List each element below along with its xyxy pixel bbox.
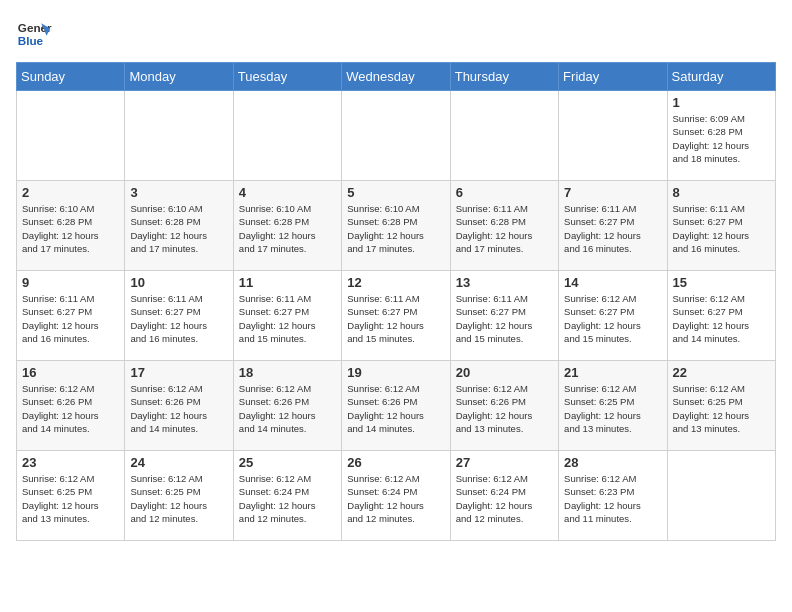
- day-number: 4: [239, 185, 336, 200]
- day-number: 26: [347, 455, 444, 470]
- day-info: Sunrise: 6:12 AM Sunset: 6:26 PM Dayligh…: [239, 382, 336, 435]
- calendar-cell: 23Sunrise: 6:12 AM Sunset: 6:25 PM Dayli…: [17, 451, 125, 541]
- calendar-cell: 13Sunrise: 6:11 AM Sunset: 6:27 PM Dayli…: [450, 271, 558, 361]
- calendar-cell: 18Sunrise: 6:12 AM Sunset: 6:26 PM Dayli…: [233, 361, 341, 451]
- calendar-cell: [450, 91, 558, 181]
- day-number: 7: [564, 185, 661, 200]
- day-number: 1: [673, 95, 770, 110]
- svg-text:Blue: Blue: [18, 34, 44, 47]
- calendar-cell: 19Sunrise: 6:12 AM Sunset: 6:26 PM Dayli…: [342, 361, 450, 451]
- day-number: 13: [456, 275, 553, 290]
- day-info: Sunrise: 6:12 AM Sunset: 6:26 PM Dayligh…: [456, 382, 553, 435]
- day-number: 19: [347, 365, 444, 380]
- day-info: Sunrise: 6:12 AM Sunset: 6:24 PM Dayligh…: [347, 472, 444, 525]
- day-number: 9: [22, 275, 119, 290]
- day-info: Sunrise: 6:11 AM Sunset: 6:27 PM Dayligh…: [673, 202, 770, 255]
- weekday-header: Saturday: [667, 63, 775, 91]
- day-number: 22: [673, 365, 770, 380]
- day-number: 14: [564, 275, 661, 290]
- calendar-week-row: 16Sunrise: 6:12 AM Sunset: 6:26 PM Dayli…: [17, 361, 776, 451]
- logo-icon: General Blue: [16, 16, 52, 52]
- day-info: Sunrise: 6:11 AM Sunset: 6:27 PM Dayligh…: [347, 292, 444, 345]
- day-info: Sunrise: 6:12 AM Sunset: 6:26 PM Dayligh…: [22, 382, 119, 435]
- day-number: 21: [564, 365, 661, 380]
- day-number: 20: [456, 365, 553, 380]
- day-info: Sunrise: 6:11 AM Sunset: 6:28 PM Dayligh…: [456, 202, 553, 255]
- calendar-cell: 3Sunrise: 6:10 AM Sunset: 6:28 PM Daylig…: [125, 181, 233, 271]
- day-number: 25: [239, 455, 336, 470]
- day-info: Sunrise: 6:12 AM Sunset: 6:26 PM Dayligh…: [130, 382, 227, 435]
- weekday-header: Friday: [559, 63, 667, 91]
- calendar-cell: [667, 451, 775, 541]
- day-number: 12: [347, 275, 444, 290]
- day-info: Sunrise: 6:12 AM Sunset: 6:27 PM Dayligh…: [673, 292, 770, 345]
- day-number: 17: [130, 365, 227, 380]
- day-number: 2: [22, 185, 119, 200]
- calendar-cell: 6Sunrise: 6:11 AM Sunset: 6:28 PM Daylig…: [450, 181, 558, 271]
- calendar-cell: 4Sunrise: 6:10 AM Sunset: 6:28 PM Daylig…: [233, 181, 341, 271]
- calendar-cell: 27Sunrise: 6:12 AM Sunset: 6:24 PM Dayli…: [450, 451, 558, 541]
- weekday-header: Tuesday: [233, 63, 341, 91]
- calendar-cell: 9Sunrise: 6:11 AM Sunset: 6:27 PM Daylig…: [17, 271, 125, 361]
- calendar-cell: 17Sunrise: 6:12 AM Sunset: 6:26 PM Dayli…: [125, 361, 233, 451]
- day-info: Sunrise: 6:12 AM Sunset: 6:27 PM Dayligh…: [564, 292, 661, 345]
- calendar-week-row: 9Sunrise: 6:11 AM Sunset: 6:27 PM Daylig…: [17, 271, 776, 361]
- day-number: 6: [456, 185, 553, 200]
- day-info: Sunrise: 6:11 AM Sunset: 6:27 PM Dayligh…: [456, 292, 553, 345]
- day-info: Sunrise: 6:12 AM Sunset: 6:25 PM Dayligh…: [130, 472, 227, 525]
- day-info: Sunrise: 6:12 AM Sunset: 6:25 PM Dayligh…: [22, 472, 119, 525]
- day-info: Sunrise: 6:12 AM Sunset: 6:25 PM Dayligh…: [673, 382, 770, 435]
- calendar-cell: 16Sunrise: 6:12 AM Sunset: 6:26 PM Dayli…: [17, 361, 125, 451]
- day-number: 24: [130, 455, 227, 470]
- day-info: Sunrise: 6:12 AM Sunset: 6:24 PM Dayligh…: [239, 472, 336, 525]
- day-info: Sunrise: 6:09 AM Sunset: 6:28 PM Dayligh…: [673, 112, 770, 165]
- calendar-cell: 24Sunrise: 6:12 AM Sunset: 6:25 PM Dayli…: [125, 451, 233, 541]
- calendar-cell: 8Sunrise: 6:11 AM Sunset: 6:27 PM Daylig…: [667, 181, 775, 271]
- calendar-cell: 25Sunrise: 6:12 AM Sunset: 6:24 PM Dayli…: [233, 451, 341, 541]
- calendar-cell: [342, 91, 450, 181]
- day-number: 5: [347, 185, 444, 200]
- day-number: 11: [239, 275, 336, 290]
- day-info: Sunrise: 6:11 AM Sunset: 6:27 PM Dayligh…: [564, 202, 661, 255]
- day-number: 15: [673, 275, 770, 290]
- calendar-cell: 21Sunrise: 6:12 AM Sunset: 6:25 PM Dayli…: [559, 361, 667, 451]
- calendar-cell: 12Sunrise: 6:11 AM Sunset: 6:27 PM Dayli…: [342, 271, 450, 361]
- day-number: 23: [22, 455, 119, 470]
- calendar-cell: 22Sunrise: 6:12 AM Sunset: 6:25 PM Dayli…: [667, 361, 775, 451]
- page-header: General Blue: [16, 16, 776, 52]
- day-info: Sunrise: 6:11 AM Sunset: 6:27 PM Dayligh…: [239, 292, 336, 345]
- calendar-week-row: 1Sunrise: 6:09 AM Sunset: 6:28 PM Daylig…: [17, 91, 776, 181]
- day-number: 18: [239, 365, 336, 380]
- calendar-cell: 7Sunrise: 6:11 AM Sunset: 6:27 PM Daylig…: [559, 181, 667, 271]
- calendar-cell: [125, 91, 233, 181]
- calendar-cell: 20Sunrise: 6:12 AM Sunset: 6:26 PM Dayli…: [450, 361, 558, 451]
- day-number: 3: [130, 185, 227, 200]
- day-info: Sunrise: 6:10 AM Sunset: 6:28 PM Dayligh…: [130, 202, 227, 255]
- calendar-week-row: 2Sunrise: 6:10 AM Sunset: 6:28 PM Daylig…: [17, 181, 776, 271]
- calendar-cell: 2Sunrise: 6:10 AM Sunset: 6:28 PM Daylig…: [17, 181, 125, 271]
- calendar-cell: [559, 91, 667, 181]
- weekday-header: Monday: [125, 63, 233, 91]
- calendar-cell: 28Sunrise: 6:12 AM Sunset: 6:23 PM Dayli…: [559, 451, 667, 541]
- weekday-header: Wednesday: [342, 63, 450, 91]
- weekday-header: Sunday: [17, 63, 125, 91]
- day-info: Sunrise: 6:10 AM Sunset: 6:28 PM Dayligh…: [239, 202, 336, 255]
- day-info: Sunrise: 6:11 AM Sunset: 6:27 PM Dayligh…: [22, 292, 119, 345]
- day-info: Sunrise: 6:12 AM Sunset: 6:25 PM Dayligh…: [564, 382, 661, 435]
- calendar-week-row: 23Sunrise: 6:12 AM Sunset: 6:25 PM Dayli…: [17, 451, 776, 541]
- calendar-cell: 1Sunrise: 6:09 AM Sunset: 6:28 PM Daylig…: [667, 91, 775, 181]
- day-number: 10: [130, 275, 227, 290]
- day-number: 16: [22, 365, 119, 380]
- day-number: 28: [564, 455, 661, 470]
- calendar-cell: 14Sunrise: 6:12 AM Sunset: 6:27 PM Dayli…: [559, 271, 667, 361]
- day-number: 8: [673, 185, 770, 200]
- day-info: Sunrise: 6:10 AM Sunset: 6:28 PM Dayligh…: [22, 202, 119, 255]
- calendar: SundayMondayTuesdayWednesdayThursdayFrid…: [16, 62, 776, 541]
- day-info: Sunrise: 6:10 AM Sunset: 6:28 PM Dayligh…: [347, 202, 444, 255]
- day-info: Sunrise: 6:12 AM Sunset: 6:24 PM Dayligh…: [456, 472, 553, 525]
- calendar-cell: 5Sunrise: 6:10 AM Sunset: 6:28 PM Daylig…: [342, 181, 450, 271]
- calendar-cell: 10Sunrise: 6:11 AM Sunset: 6:27 PM Dayli…: [125, 271, 233, 361]
- day-info: Sunrise: 6:11 AM Sunset: 6:27 PM Dayligh…: [130, 292, 227, 345]
- calendar-cell: [233, 91, 341, 181]
- calendar-cell: 15Sunrise: 6:12 AM Sunset: 6:27 PM Dayli…: [667, 271, 775, 361]
